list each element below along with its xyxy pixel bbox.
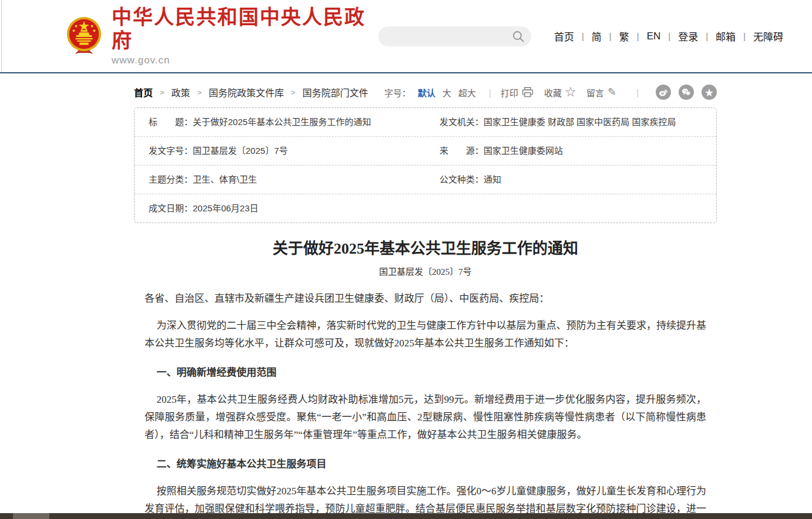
meta-date-label: 成文日期：	[149, 203, 193, 213]
horizontal-scrollbar-thumb[interactable]	[13, 513, 49, 519]
share-wechat-button[interactable]	[679, 85, 694, 100]
meta-docnumber-label: 发文字号：	[149, 146, 193, 156]
site-logo-link[interactable]: 中华人民共和国中央人民政府 www.gov.cn	[66, 6, 378, 66]
meta-issuer-value: 国家卫生健康委 财政部 国家中医药局 国家疾控局	[484, 117, 676, 127]
window-edge-line	[1, 0, 2, 72]
meta-source-label: 来 源：	[439, 146, 484, 156]
breadcrumb-separator: >	[160, 88, 165, 97]
comment-label: 留言	[586, 86, 604, 99]
breadcrumb-department-documents[interactable]: 国务院部门文件	[303, 85, 368, 99]
top-nav: 首页 | 简 | 繁 | EN | 登录 | 邮箱 | 无障碍	[546, 29, 791, 43]
main-column: 首页 > 政策 > 国务院政策文件库 > 国务院部门文件 字号： 默认 大 超大…	[134, 84, 717, 519]
search-icon[interactable]	[512, 31, 524, 42]
nav-login[interactable]: 登录	[670, 29, 706, 43]
nav-simplified[interactable]: 简	[584, 29, 609, 43]
meta-doctype-label: 公文种类：	[439, 174, 484, 184]
brand-text: 中华人民共和国中央人民政府 www.gov.cn	[112, 6, 378, 66]
breadcrumb-separator: >	[291, 88, 296, 97]
document-toolbar: 字号： 默认 大 超大 | 打印 收藏 ☆	[384, 85, 717, 100]
footer-bar	[0, 513, 812, 519]
site-title: 中华人民共和国中央人民政府	[112, 6, 378, 52]
document-metadata-box: 标 题：关于做好2025年基本公共卫生服务工作的通知 发文机关：国家卫生健康委 …	[134, 107, 717, 223]
article-salutation: 各省、自治区、直辖市及新疆生产建设兵团卫生健康委、财政厅（局）、中医药局、疾控局…	[145, 290, 706, 308]
breadcrumb-policy[interactable]: 政策	[172, 85, 190, 99]
document-number: 国卫基层发〔2025〕7号	[145, 265, 706, 277]
meta-issuer-cell: 发文机关：国家卫生健康委 财政部 国家中医药局 国家疾控局	[425, 108, 716, 136]
fontsize-label: 字号：	[384, 86, 411, 99]
meta-empty-cell	[425, 194, 716, 223]
meta-row: 主题分类：卫生、体育\卫生 公文种类：通知	[135, 165, 716, 194]
star-icon: ☆	[565, 87, 576, 97]
meta-title-value: 关于做好2025年基本公共卫生服务工作的通知	[193, 117, 371, 127]
document-article: 关于做好2025年基本公共卫生服务工作的通知 国卫基层发〔2025〕7号 各省、…	[134, 236, 717, 519]
search-input[interactable]	[388, 26, 505, 46]
toolbar-separator: |	[489, 87, 491, 97]
meta-date-value: 2025年06月23日	[193, 203, 259, 213]
breadcrumb-separator: >	[197, 88, 202, 97]
meta-date-cell: 成文日期：2025年06月23日	[135, 194, 425, 223]
breadcrumb-toolbar-row: 首页 > 政策 > 国务院政策文件库 > 国务院部门文件 字号： 默认 大 超大…	[134, 84, 717, 100]
gov-cn-page: 中华人民共和国中央人民政府 www.gov.cn 首页 | 简 | 繁 | EN…	[0, 0, 812, 519]
nav-home[interactable]: 首页	[546, 29, 582, 43]
nav-traditional[interactable]: 繁	[612, 29, 637, 43]
article-section2-heading: 二、统筹实施好基本公共卫生服务项目	[145, 456, 706, 473]
article-section1-heading: 一、明确新增经费使用范围	[145, 364, 706, 382]
meta-row: 成文日期：2025年06月23日	[135, 194, 716, 223]
breadcrumb-policy-library[interactable]: 国务院政策文件库	[209, 85, 284, 99]
comment-button[interactable]: 留言 ✎	[586, 86, 616, 99]
meta-title-label: 标 题：	[149, 117, 193, 127]
fontsize-large-button[interactable]: 大	[442, 86, 451, 99]
site-header: 中华人民共和国中央人民政府 www.gov.cn 首页 | 简 | 繁 | EN…	[0, 0, 812, 73]
wechat-icon	[682, 87, 691, 97]
meta-title-cell: 标 题：关于做好2025年基本公共卫生服务工作的通知	[135, 108, 425, 136]
meta-docnumber-cell: 发文字号：国卫基层发〔2025〕7号	[135, 137, 425, 165]
meta-category-value: 卫生、体育\卫生	[193, 174, 257, 184]
nav-accessibility[interactable]: 无障碍	[746, 29, 791, 43]
meta-source-value: 国家卫生健康委网站	[484, 146, 563, 156]
weibo-icon	[659, 87, 668, 97]
toolbar-separator: |	[636, 87, 639, 97]
meta-category-label: 主题分类：	[149, 174, 193, 184]
document-title: 关于做好2025年基本公共卫生服务工作的通知	[145, 236, 706, 258]
national-emblem-icon	[66, 16, 102, 56]
meta-category-cell: 主题分类：卫生、体育\卫生	[135, 166, 425, 194]
pencil-icon: ✎	[608, 87, 616, 97]
print-label: 打印	[501, 86, 518, 99]
article-intro-paragraph: 为深入贯彻党的二十届三中全会精神，落实新时代党的卫生与健康工作方针中以基层为重点…	[145, 317, 706, 352]
fontsize-xlarge-button[interactable]: 超大	[458, 86, 476, 99]
print-button[interactable]: 打印	[501, 86, 533, 99]
nav-mailbox[interactable]: 邮箱	[708, 29, 743, 43]
meta-issuer-label: 发文机关：	[439, 117, 484, 127]
site-url: www.gov.cn	[112, 55, 378, 66]
fontsize-default-button[interactable]: 默认	[418, 86, 435, 99]
nav-english[interactable]: EN	[639, 31, 669, 42]
favorite-button[interactable]: 收藏 ☆	[544, 86, 576, 99]
meta-docnumber-value: 国卫基层发〔2025〕7号	[193, 146, 288, 156]
meta-row: 发文字号：国卫基层发〔2025〕7号 来 源：国家卫生健康委网站	[135, 136, 716, 165]
meta-source-cell: 来 源：国家卫生健康委网站	[425, 137, 716, 165]
favorite-label: 收藏	[544, 86, 562, 99]
share-icons: ★	[648, 85, 717, 100]
meta-doctype-value: 通知	[484, 174, 501, 184]
header-right: 首页 | 简 | 繁 | EN | 登录 | 邮箱 | 无障碍	[378, 26, 791, 46]
search-box	[378, 26, 531, 46]
article-section1-paragraph: 2025年，基本公共卫生服务经费人均财政补助标准增加5元，达到99元。新增经费用…	[145, 391, 706, 444]
printer-icon	[522, 87, 533, 97]
breadcrumb-home[interactable]: 首页	[134, 85, 153, 99]
meta-row: 标 题：关于做好2025年基本公共卫生服务工作的通知 发文机关：国家卫生健康委 …	[135, 108, 716, 136]
share-weibo-button[interactable]	[656, 85, 671, 100]
meta-doctype-cell: 公文种类：通知	[425, 166, 716, 194]
qzone-star-icon: ★	[704, 88, 713, 97]
breadcrumb: 首页 > 政策 > 国务院政策文件库 > 国务院部门文件	[134, 85, 368, 99]
share-qzone-button[interactable]: ★	[702, 85, 717, 100]
